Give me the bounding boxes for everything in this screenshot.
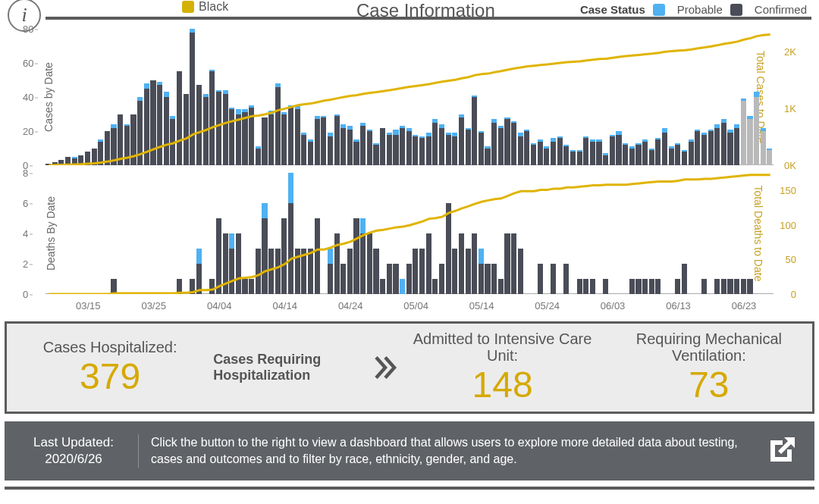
bar[interactable] [570, 150, 576, 165]
bar[interactable] [642, 139, 648, 165]
bar[interactable] [635, 279, 641, 294]
bar[interactable] [426, 133, 431, 165]
bar[interactable] [577, 150, 582, 165]
bar[interactable] [157, 82, 162, 165]
bar[interactable] [111, 279, 116, 294]
bar[interactable] [223, 90, 228, 165]
bar[interactable] [236, 109, 241, 165]
bar[interactable] [655, 279, 661, 294]
bar[interactable] [46, 164, 51, 165]
bar[interactable] [256, 146, 261, 165]
bar[interactable] [353, 218, 359, 294]
bar[interactable] [682, 150, 687, 165]
bar[interactable] [695, 130, 700, 165]
bar[interactable] [124, 124, 130, 165]
bar[interactable] [373, 143, 378, 165]
bar[interactable] [675, 279, 680, 294]
bar[interactable] [563, 264, 569, 294]
bar[interactable] [275, 83, 281, 165]
bar[interactable] [419, 249, 425, 294]
bar[interactable] [315, 218, 320, 294]
bar[interactable] [498, 279, 504, 294]
bar[interactable] [747, 116, 752, 165]
bar[interactable] [485, 264, 490, 294]
bar[interactable] [196, 249, 202, 294]
bar[interactable] [754, 92, 759, 165]
bar[interactable] [229, 233, 234, 294]
bar[interactable] [85, 152, 90, 165]
bar[interactable] [439, 124, 444, 165]
bar[interactable] [518, 249, 523, 294]
bar[interactable] [216, 90, 221, 165]
bar[interactable] [452, 133, 457, 165]
bar[interactable] [446, 133, 451, 165]
bar[interactable] [662, 128, 667, 166]
bar[interactable] [741, 279, 746, 294]
bar[interactable] [367, 233, 372, 294]
bar[interactable] [590, 139, 595, 165]
bar[interactable] [328, 249, 333, 294]
bar[interactable] [459, 233, 464, 294]
bar[interactable] [721, 279, 726, 294]
bar[interactable] [58, 160, 64, 165]
bar[interactable] [629, 146, 635, 165]
bar[interactable] [262, 117, 267, 165]
bar[interactable] [400, 279, 405, 294]
bar[interactable] [203, 94, 209, 166]
bar[interactable] [616, 131, 621, 165]
bar[interactable] [177, 71, 182, 165]
bar[interactable] [393, 130, 398, 165]
bar[interactable] [308, 249, 313, 294]
bar[interactable] [432, 279, 438, 294]
bar[interactable] [524, 130, 529, 165]
bar[interactable] [714, 279, 720, 294]
bar[interactable] [78, 155, 83, 166]
bar[interactable] [328, 133, 333, 165]
bar[interactable] [387, 133, 392, 165]
bar[interactable] [256, 249, 261, 294]
bar[interactable] [747, 279, 752, 294]
bar[interactable] [734, 124, 739, 165]
bar[interactable] [649, 149, 654, 166]
bar[interactable] [295, 249, 300, 294]
bar[interactable] [406, 128, 412, 166]
bar[interactable] [380, 128, 385, 166]
bar[interactable] [268, 111, 274, 165]
bar[interactable] [583, 136, 588, 165]
bar[interactable] [268, 249, 274, 294]
bar[interactable] [583, 279, 588, 294]
bar[interactable] [498, 126, 504, 165]
bar[interactable] [767, 149, 772, 166]
bar[interactable] [714, 124, 720, 165]
bar[interactable] [190, 29, 195, 165]
bar[interactable] [321, 116, 326, 165]
bar[interactable] [209, 70, 215, 165]
bar[interactable] [360, 218, 366, 294]
bar[interactable] [242, 109, 247, 165]
bar[interactable] [295, 105, 300, 165]
bar[interactable] [466, 249, 471, 294]
bar[interactable] [249, 279, 254, 294]
bar[interactable] [301, 133, 306, 165]
bar[interactable] [761, 128, 766, 166]
bar[interactable] [393, 264, 398, 294]
bar[interactable] [682, 264, 687, 294]
bar[interactable] [551, 264, 556, 294]
bar[interactable] [734, 279, 739, 294]
bar[interactable] [669, 146, 674, 165]
bar[interactable] [485, 146, 490, 165]
bar[interactable] [708, 130, 714, 165]
bar[interactable] [347, 126, 353, 165]
bar[interactable] [334, 114, 340, 166]
bar[interactable] [209, 279, 215, 294]
bar[interactable] [105, 131, 110, 165]
bar[interactable] [623, 143, 628, 165]
bar[interactable] [439, 264, 444, 294]
bar[interactable] [518, 133, 523, 165]
bar[interactable] [334, 233, 340, 294]
bar[interactable] [538, 264, 543, 294]
bar[interactable] [563, 145, 569, 165]
bar[interactable] [472, 95, 477, 165]
bar[interactable] [65, 157, 71, 165]
bar[interactable] [603, 279, 608, 294]
